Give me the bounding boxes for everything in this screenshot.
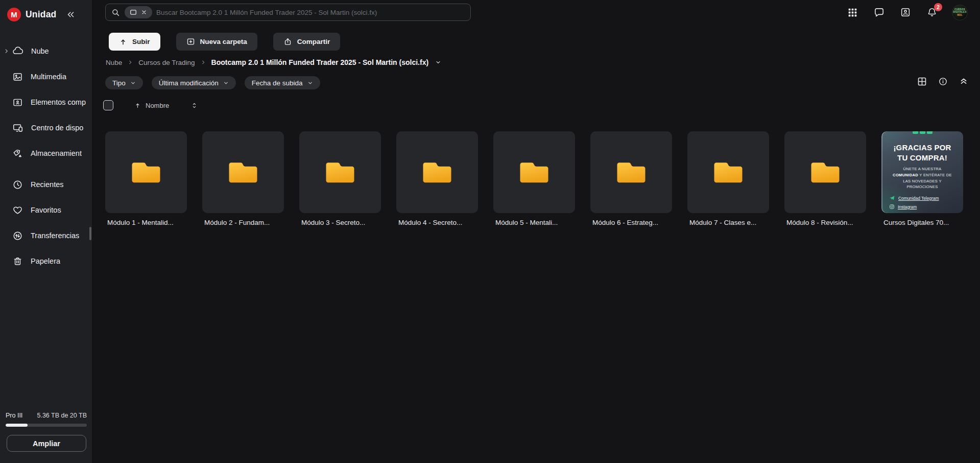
shared-folder-icon	[12, 97, 23, 108]
notifications-bell-icon[interactable]: 2	[925, 6, 939, 19]
notification-badge: 2	[934, 3, 942, 11]
sort-direction-arrow-icon	[134, 102, 141, 109]
sidebar-item-multimedia[interactable]: Multimedia	[0, 64, 92, 89]
contacts-icon[interactable]	[899, 6, 912, 19]
folder-card[interactable]	[105, 131, 187, 213]
file-grid: Módulo 1 - Mentalid... Módulo 2 - Fundam…	[105, 131, 963, 226]
search-icon	[111, 8, 121, 17]
grid-view-icon[interactable]	[916, 75, 928, 87]
image-thumbnail-card[interactable]: ¡GRACIAS POR TU COMPRA! ÚNETE A NUESTRA …	[881, 131, 963, 213]
upload-button[interactable]: Subir	[109, 33, 160, 51]
chevron-down-icon	[223, 80, 229, 86]
file-name[interactable]: Módulo 6 - Estrateg...	[590, 219, 672, 226]
cloud-icon	[12, 45, 23, 57]
instagram-icon	[889, 204, 895, 210]
sort-field-label: Nombre	[146, 102, 169, 109]
sort-toggle-icon[interactable]	[191, 102, 198, 109]
breadcrumb-parent[interactable]: Cursos de Trading	[138, 59, 195, 66]
sidebar-item-label: Multimedia	[31, 73, 66, 81]
file-name[interactable]: Módulo 8 - Revisión...	[784, 219, 866, 226]
file-name[interactable]: Módulo 1 - Mentalid...	[105, 219, 187, 226]
file-cell: Módulo 2 - Fundam...	[202, 131, 284, 226]
file-cell: Módulo 3 - Secreto...	[299, 131, 381, 226]
chevron-down-icon[interactable]	[435, 59, 441, 65]
share-button[interactable]: Compartir	[273, 33, 341, 51]
folder-icon	[420, 158, 454, 187]
list-header: Nombre	[103, 100, 198, 111]
file-name[interactable]: Módulo 4 - Secreto...	[396, 219, 478, 226]
filter-modified-chip[interactable]: Última modificación	[152, 76, 236, 89]
folder-card[interactable]	[202, 131, 284, 213]
sidebar-item-almacenamiento[interactable]: Almacenamient	[0, 141, 92, 166]
clipped-header-art	[881, 131, 963, 134]
search-input[interactable]	[156, 9, 465, 16]
breadcrumb-root[interactable]: Nube	[106, 59, 122, 66]
clear-scope-icon[interactable]	[141, 9, 147, 15]
sidebar-item-transferencias[interactable]: Transferencias	[0, 223, 92, 248]
sidebar: M Unidad Nube Multimedia Elementos comp	[0, 0, 92, 463]
topbar-icons: 2 CURSOS DIGITALES MDL	[846, 3, 968, 21]
sort-by-name[interactable]: Nombre	[134, 102, 169, 109]
breadcrumb: Nube Cursos de Trading Bootcamp 2.0 1 Mi…	[106, 58, 441, 66]
search-scope-chip[interactable]	[125, 6, 152, 18]
image-icon	[12, 72, 23, 82]
sidebar-resize-handle[interactable]	[89, 227, 91, 240]
folder-card[interactable]	[590, 131, 672, 213]
sidebar-item-label: Centro de dispo	[31, 124, 83, 132]
apps-grid-icon[interactable]	[846, 6, 859, 19]
file-name[interactable]: Módulo 5 - Mentali...	[493, 219, 575, 226]
upgrade-button[interactable]: Ampliar	[7, 435, 86, 452]
filter-chips: Tipo Última modificación Fecha de subida	[105, 76, 320, 89]
file-name[interactable]: Módulo 7 - Clases e...	[687, 219, 769, 226]
chat-icon[interactable]	[872, 6, 886, 19]
promo-links: Comunidad Telegram Instagram	[881, 195, 963, 210]
file-cell: Módulo 8 - Revisión...	[784, 131, 866, 226]
breadcrumb-current: Bootcamp 2.0 1 Millón Funded Trader 2025…	[211, 58, 429, 66]
brand-name: Unidad	[26, 9, 57, 20]
chevron-right-icon[interactable]	[4, 49, 9, 54]
search-bar[interactable]	[105, 4, 471, 21]
sidebar-nav: Nube Multimedia Elementos comp Centro de…	[0, 38, 92, 274]
sidebar-item-label: Transferencias	[31, 231, 79, 240]
folder-card[interactable]	[687, 131, 769, 213]
avatar[interactable]: CURSOS DIGITALES MDL	[952, 5, 968, 20]
sidebar-item-centro-dispositivos[interactable]: Centro de dispo	[0, 115, 92, 141]
file-name[interactable]: Cursos Digitales 70...	[881, 219, 963, 226]
folder-card[interactable]	[784, 131, 866, 213]
file-cell: Módulo 7 - Clases e...	[687, 131, 769, 226]
storage-progress-fill	[6, 424, 28, 427]
sidebar-item-papelera[interactable]: Papelera	[0, 248, 92, 274]
filter-type-chip[interactable]: Tipo	[105, 76, 143, 89]
select-all-checkbox[interactable]	[103, 100, 113, 110]
folder-icon	[323, 158, 357, 187]
folder-card[interactable]	[396, 131, 478, 213]
plan-name: Pro III	[6, 412, 22, 419]
file-name[interactable]: Módulo 3 - Secreto...	[299, 219, 381, 226]
upload-icon	[119, 38, 127, 46]
sidebar-item-favoritos[interactable]: Favoritos	[0, 197, 92, 223]
storage-tag-icon	[12, 148, 23, 159]
instagram-link: Instagram	[889, 204, 963, 210]
folder-scope-icon	[130, 9, 137, 15]
brand-logo[interactable]: M Unidad	[7, 8, 75, 21]
chevron-right-icon	[128, 60, 133, 65]
collapse-sidebar-icon[interactable]	[66, 10, 75, 19]
filter-upload-date-chip[interactable]: Fecha de subida	[245, 76, 320, 89]
file-cell: Módulo 1 - Mentalid...	[105, 131, 187, 226]
promo-title: ¡GRACIAS POR TU COMPRA!	[881, 143, 963, 163]
new-folder-button[interactable]: Nueva carpeta	[176, 33, 257, 51]
sidebar-item-label: Almacenamient	[31, 149, 82, 157]
sidebar-item-elementos-compartidos[interactable]: Elementos comp	[0, 89, 92, 115]
sidebar-item-nube[interactable]: Nube	[0, 38, 92, 64]
folder-icon	[711, 158, 745, 187]
sidebar-item-recientes[interactable]: Recientes	[0, 172, 92, 197]
app-window: M Unidad Nube Multimedia Elementos comp	[0, 0, 980, 463]
collapse-panel-icon[interactable]	[958, 75, 970, 87]
transfers-icon	[12, 230, 23, 241]
file-cell: Módulo 6 - Estrateg...	[590, 131, 672, 226]
folder-card[interactable]	[493, 131, 575, 213]
sidebar-item-label: Recientes	[31, 180, 63, 189]
file-name[interactable]: Módulo 2 - Fundam...	[202, 219, 284, 226]
folder-card[interactable]	[299, 131, 381, 213]
info-icon[interactable]	[937, 75, 949, 87]
